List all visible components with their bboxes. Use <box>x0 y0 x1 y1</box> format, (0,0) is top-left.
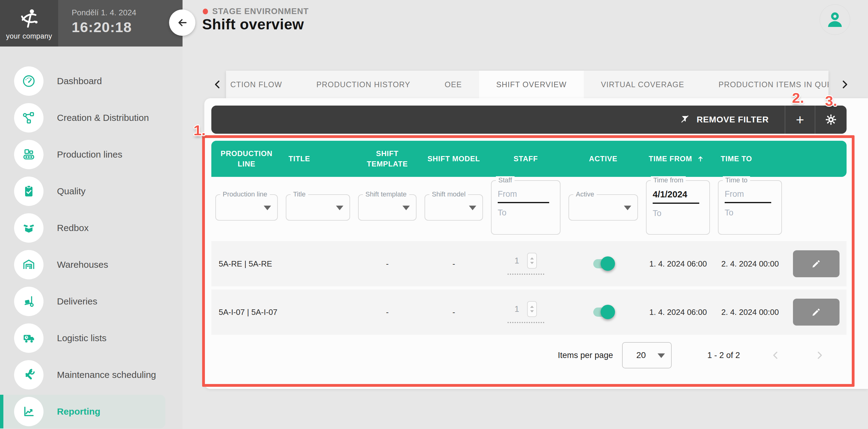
sidebar-item-label: Redbox <box>57 223 89 233</box>
chevron-down-icon <box>658 354 665 358</box>
items-per-page-label: Items per page <box>558 351 613 360</box>
tabs-scroll-right-button[interactable] <box>837 77 851 92</box>
page-prev-button[interactable] <box>768 348 783 363</box>
remove-filter-icon <box>680 114 691 125</box>
page-next-icon <box>814 350 824 360</box>
row-title <box>282 290 354 335</box>
filter-label: Staff <box>496 176 515 184</box>
time-to-from-input[interactable]: From <box>725 189 775 199</box>
items-per-page-value: 20 <box>636 350 646 360</box>
tab-bar: CTION FLOW PRODUCTION HISTORY OEE SHIFT … <box>226 71 829 98</box>
col-time-to[interactable]: TIME TO <box>714 141 786 177</box>
sidebar-item-production-lines[interactable]: Production lines <box>0 136 183 173</box>
tab-shift-overview[interactable]: SHIFT OVERVIEW <box>479 71 584 98</box>
staff-to-input[interactable]: To <box>498 208 554 218</box>
environment-row: STAGE ENVIRONMENT <box>203 7 309 16</box>
filter-active-select[interactable]: Active <box>568 194 638 221</box>
col-staff[interactable]: STAFF <box>487 141 564 177</box>
filter-label: Production line <box>220 190 270 198</box>
sidebar-item-label: Dashboard <box>57 76 102 86</box>
conveyor-icon <box>22 147 36 162</box>
filter-label: Shift model <box>429 190 468 198</box>
chart-line-icon <box>22 404 36 419</box>
sidebar: your company Pondělí 1. 4. 2024 16:20:18… <box>0 0 183 429</box>
filter-title-select[interactable]: Title <box>286 194 350 221</box>
items-per-page-select[interactable]: 20 <box>622 342 672 368</box>
chevron-left-icon <box>213 79 223 90</box>
company-logo-text: your company <box>6 32 52 40</box>
col-title[interactable]: TITLE <box>282 141 354 177</box>
tab-virtual-coverage[interactable]: VIRTUAL COVERAGE <box>584 71 702 98</box>
filter-shift-model-select[interactable]: Shift model <box>425 194 483 221</box>
tab-production-items-in-queue[interactable]: PRODUCTION ITEMS IN QUEUE <box>702 71 829 98</box>
col-active[interactable]: ACTIVE <box>564 141 642 177</box>
sidebar-item-redbox[interactable]: Redbox <box>0 209 183 246</box>
col-production-line[interactable]: PRODUCTION LINE <box>211 141 282 177</box>
time-from-from-input[interactable]: 4/1/2024 <box>653 189 703 199</box>
hand-truck-icon <box>22 294 36 309</box>
sidebar-item-creation-distribution[interactable]: Creation & Distribution <box>0 99 183 136</box>
tabs-scroll-left-button[interactable] <box>211 77 225 92</box>
col-actions <box>786 141 846 177</box>
col-time-from[interactable]: TIME FROM <box>642 141 714 177</box>
staff-stepper[interactable]: 1 <box>507 301 544 323</box>
sidebar-item-warehouses[interactable]: Warehouses <box>0 246 183 283</box>
sidebar-item-dashboard[interactable]: Dashboard <box>0 63 183 99</box>
col-shift-template[interactable]: SHIFT TEMPLATE <box>354 141 421 177</box>
stepper-arrows-icon[interactable] <box>527 301 537 317</box>
add-icon: + <box>796 111 804 128</box>
add-button[interactable]: + <box>785 106 815 134</box>
open-box-icon <box>22 221 36 235</box>
user-avatar-icon <box>825 10 845 29</box>
sidebar-item-label: Maintenance scheduling <box>57 370 156 380</box>
filter-shift-template-select[interactable]: Shift template <box>358 194 416 221</box>
stepper-underline <box>507 273 544 275</box>
filter-label: Title <box>291 190 308 198</box>
staff-from-input[interactable]: From <box>498 189 554 199</box>
filter-production-line-select[interactable]: Production line <box>215 194 278 221</box>
filter-staff-range: Staff From To <box>491 180 560 235</box>
table-row: 5A-RE | 5A-RE - - 1 1. 4. 2024 06:00 2. … <box>211 241 846 287</box>
input-underline <box>653 203 699 204</box>
row-shift-template: - <box>354 290 421 335</box>
sidebar-item-maintenance-scheduling[interactable]: Maintenance scheduling <box>0 357 183 393</box>
col-shift-model[interactable]: SHIFT MODEL <box>421 141 487 177</box>
settings-gear-icon <box>825 113 837 126</box>
staff-value: 1 <box>515 256 519 266</box>
back-button[interactable] <box>169 9 195 36</box>
sidebar-item-reporting[interactable]: Reporting <box>0 393 183 429</box>
row-time-from: 1. 4. 2024 06:00 <box>642 241 714 287</box>
time-from-to-input[interactable]: To <box>653 209 703 218</box>
sidebar-item-label: Warehouses <box>57 260 108 270</box>
input-underline <box>725 202 771 203</box>
time-to-to-input[interactable]: To <box>725 208 775 218</box>
staff-stepper[interactable]: 1 <box>507 253 544 275</box>
tab-oee[interactable]: OEE <box>428 71 479 98</box>
datetime-block: Pondělí 1. 4. 2024 16:20:18 <box>58 0 183 46</box>
tools-icon <box>22 367 36 382</box>
sidebar-item-logistic-lists[interactable]: Logistic lists <box>0 320 183 357</box>
edit-row-button[interactable] <box>793 250 839 277</box>
remove-filter-button[interactable]: REMOVE FILTER <box>664 106 785 134</box>
sidebar-item-label: Logistic lists <box>57 333 106 343</box>
filter-label: Shift template <box>363 190 409 198</box>
page-next-button[interactable] <box>812 348 827 363</box>
pencil-icon <box>811 307 822 318</box>
stepper-arrows-icon[interactable] <box>527 253 537 269</box>
sidebar-item-quality[interactable]: Quality <box>0 173 183 209</box>
chevron-down-icon <box>469 206 476 210</box>
active-toggle[interactable] <box>592 259 615 269</box>
sidebar-item-deliveries[interactable]: Deliveries <box>0 283 183 320</box>
current-time: 16:20:18 <box>72 19 183 35</box>
user-avatar[interactable] <box>819 4 850 35</box>
settings-button[interactable] <box>815 106 846 134</box>
table-footer: Items per page 20 1 - 2 of 2 <box>211 335 846 376</box>
active-toggle[interactable] <box>592 307 615 317</box>
tab-production-history[interactable]: PRODUCTION HISTORY <box>299 71 428 98</box>
edit-row-button[interactable] <box>793 299 839 326</box>
input-underline <box>498 202 549 203</box>
tab-production-flow[interactable]: CTION FLOW <box>226 71 299 98</box>
sort-asc-icon <box>696 155 705 163</box>
staff-value: 1 <box>515 304 519 314</box>
filter-label: Active <box>574 190 597 198</box>
